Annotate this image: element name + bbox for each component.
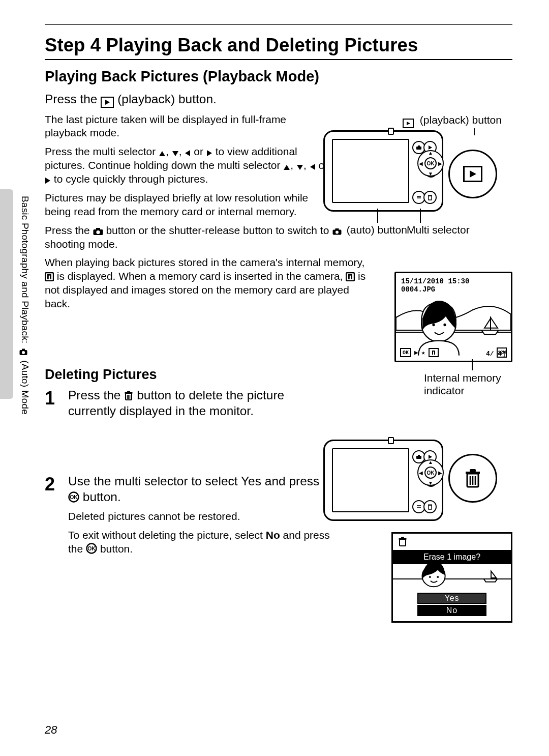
svg-rect-15 bbox=[45, 273, 53, 281]
svg-marker-9 bbox=[297, 165, 303, 170]
ok-circle-icon: OK bbox=[86, 543, 97, 554]
camera-screen bbox=[332, 139, 409, 203]
p-internal-memory: When playing back pictures stored in the… bbox=[45, 256, 370, 311]
svg-rect-1 bbox=[22, 348, 25, 350]
ok-chip: OK bbox=[400, 348, 411, 357]
svg-marker-7 bbox=[207, 150, 212, 156]
svg-rect-54 bbox=[434, 351, 435, 355]
svg-rect-56 bbox=[418, 455, 420, 456]
p-switch-shoot: Press the button or the shutter-release … bbox=[45, 224, 370, 251]
down-triangle-icon bbox=[172, 151, 179, 157]
svg-point-44 bbox=[336, 231, 339, 234]
multi-selector-dpad: ▲▼◀▶ OK bbox=[417, 150, 444, 177]
sample-frame: 15/11/2010 15:30 0004.JPG OK ▶ ★ 12M 4/ … bbox=[394, 272, 512, 362]
camera-screen bbox=[332, 448, 409, 512]
delete-button-callout bbox=[448, 454, 497, 503]
sample-osd-top: 15/11/2010 15:30 0004.JPG bbox=[401, 277, 469, 294]
camera-outline: ▲▼◀▶ OK bbox=[323, 130, 443, 212]
side-label-suffix: (Auto) Mode bbox=[20, 360, 30, 415]
camera-trash-button bbox=[423, 191, 437, 204]
svg-rect-64 bbox=[470, 469, 476, 472]
svg-marker-5 bbox=[172, 151, 178, 156]
svg-marker-47 bbox=[491, 317, 498, 328]
top-rule bbox=[45, 24, 512, 25]
camera-diagram-delete: ▲▼◀▶ OK bbox=[323, 437, 512, 528]
playback-sample-screen: 15/11/2010 15:30 0004.JPG OK ▶ ★ 12M 4/ … bbox=[394, 272, 512, 394]
svg-point-14 bbox=[96, 230, 100, 234]
svg-text:OK: OK bbox=[70, 494, 78, 500]
press-playback-suffix: (playback) button. bbox=[117, 92, 217, 106]
camera-diagram-playback: (playback) button bbox=[323, 114, 512, 241]
leader-line bbox=[420, 209, 421, 223]
internal-memory-icon bbox=[346, 272, 355, 281]
step-number: 1 bbox=[45, 388, 55, 409]
confirm-no-option: No bbox=[417, 605, 486, 616]
ok-button: OK bbox=[424, 467, 437, 479]
press-playback-line: Press the (playback) button. bbox=[45, 92, 512, 108]
camera-outline: ▲▼◀▶ OK bbox=[323, 440, 443, 521]
step2-text: Use the multi selector to select Yes and… bbox=[68, 474, 353, 505]
content-column: Step 4 Playing Back and Deleting Picture… bbox=[45, 27, 512, 723]
svg-marker-36 bbox=[429, 146, 432, 150]
svg-text:OK: OK bbox=[87, 545, 96, 551]
page-number: 28 bbox=[45, 723, 57, 737]
svg-rect-35 bbox=[418, 146, 420, 147]
svg-marker-33 bbox=[407, 122, 410, 125]
svg-point-2 bbox=[22, 351, 25, 354]
trash-icon bbox=[124, 391, 133, 401]
svg-rect-39 bbox=[429, 196, 432, 200]
diagram-title: (playback) button bbox=[403, 114, 502, 128]
svg-point-75 bbox=[429, 576, 431, 578]
right-triangle-icon bbox=[45, 177, 51, 184]
press-playback-prefix: Press the bbox=[45, 92, 101, 106]
svg-rect-40 bbox=[428, 195, 432, 196]
svg-point-76 bbox=[437, 576, 439, 578]
svg-marker-10 bbox=[310, 164, 315, 170]
step-number: 2 bbox=[45, 474, 55, 495]
diagram-label-auto: (auto) button bbox=[332, 224, 407, 236]
sample-count: 4/ 4] bbox=[486, 350, 506, 358]
step-heading-block: Step 4 Playing Back and Deleting Picture… bbox=[45, 35, 512, 60]
confirm-yes-option: Yes bbox=[417, 593, 486, 604]
sample-caption: Internal memory indicator bbox=[424, 371, 512, 397]
playback-button-callout bbox=[448, 150, 497, 198]
camera-icon bbox=[332, 228, 342, 235]
trash-icon bbox=[398, 537, 407, 547]
svg-rect-43 bbox=[336, 228, 339, 230]
svg-marker-3 bbox=[105, 100, 110, 105]
erase-confirm-screen: Erase 1 image? Yes No bbox=[391, 532, 512, 623]
svg-rect-68 bbox=[400, 539, 406, 546]
side-label-prefix: Basic Photography and Playback: bbox=[20, 196, 30, 346]
ok-button: OK bbox=[424, 157, 437, 169]
up-triangle-icon bbox=[283, 164, 290, 170]
confirm-illustration bbox=[393, 564, 511, 592]
svg-rect-19 bbox=[346, 273, 354, 281]
side-thumb-tab bbox=[0, 189, 13, 399]
leader-line bbox=[474, 128, 475, 135]
p-lowres: Pictures may be displayed briefly at low… bbox=[45, 191, 329, 219]
internal-memory-icon bbox=[429, 348, 439, 357]
svg-rect-34 bbox=[416, 147, 421, 150]
play-boxed-icon bbox=[463, 166, 482, 182]
heading-rule bbox=[45, 59, 512, 60]
left-triangle-icon bbox=[185, 150, 191, 157]
svg-rect-18 bbox=[50, 274, 51, 279]
section-playback-heading: Playing Back Pictures (Playback Mode) bbox=[45, 68, 512, 85]
svg-rect-25 bbox=[127, 391, 130, 392]
svg-rect-61 bbox=[428, 505, 432, 506]
side-section-label: Basic Photography and Playback: (Auto) M… bbox=[19, 196, 30, 415]
confirm-title: Erase 1 image? bbox=[393, 550, 511, 564]
svg-marker-73 bbox=[491, 571, 496, 578]
leader-line bbox=[472, 359, 473, 370]
svg-rect-55 bbox=[416, 456, 421, 459]
svg-marker-4 bbox=[159, 151, 165, 156]
left-triangle-icon bbox=[310, 163, 316, 170]
ok-circle-icon: OK bbox=[68, 491, 79, 503]
camera-icon bbox=[19, 348, 27, 356]
camera-top-knob bbox=[388, 437, 394, 444]
p-fullframe: The last picture taken will be displayed… bbox=[45, 113, 329, 140]
confirm-options: Yes No bbox=[417, 592, 486, 616]
svg-marker-11 bbox=[45, 178, 50, 184]
p-multiselector: Press the multi selector , , or to view … bbox=[45, 145, 329, 186]
svg-rect-70 bbox=[401, 537, 404, 539]
